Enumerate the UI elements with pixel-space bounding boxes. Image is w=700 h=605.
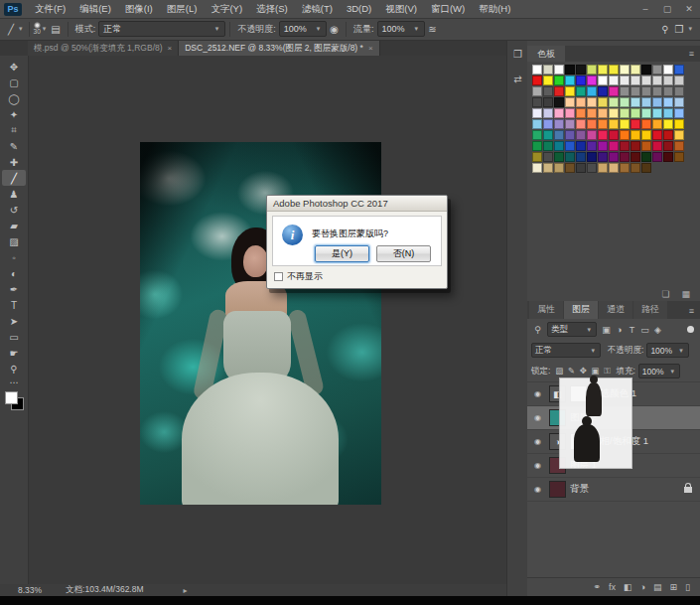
layer-visibility-eye-icon[interactable]: ◉	[530, 485, 545, 494]
panel-tab[interactable]: 属性	[529, 301, 563, 319]
color-swatch[interactable]	[543, 130, 553, 140]
menu-item[interactable]: 编辑(E)	[72, 3, 118, 16]
layer-visibility-eye-icon[interactable]: ◉	[530, 437, 545, 446]
layer-style-fx-icon[interactable]: fx	[609, 582, 616, 592]
color-swatch[interactable]	[532, 141, 542, 151]
color-swatch[interactable]	[630, 86, 640, 96]
close-button[interactable]: ✕	[678, 4, 700, 14]
zoom-tool[interactable]: ⚲	[2, 361, 26, 377]
healing-brush-tool[interactable]: ✚	[2, 154, 26, 170]
menu-item[interactable]: 视图(V)	[378, 3, 424, 16]
color-swatch[interactable]	[532, 119, 542, 129]
color-swatch[interactable]	[587, 108, 597, 118]
color-swatch[interactable]	[576, 119, 586, 129]
color-swatch[interactable]	[652, 86, 662, 96]
brush-tool[interactable]: ╱	[2, 170, 26, 186]
color-swatch[interactable]	[674, 119, 684, 129]
color-swatch[interactable]	[532, 130, 542, 140]
color-swatch[interactable]	[598, 108, 608, 118]
color-swatch[interactable]	[663, 76, 673, 85]
pressure-opacity-icon[interactable]: ◉	[327, 24, 342, 35]
color-swatch[interactable]	[587, 141, 597, 151]
color-swatch[interactable]	[630, 65, 640, 75]
color-swatch[interactable]	[576, 152, 586, 162]
color-swatch[interactable]	[587, 86, 597, 96]
color-swatch[interactable]	[620, 76, 630, 85]
document-tab[interactable]: DSC_2512.NEF @ 8.33%(图层 2, 图层蒙版/8) * ×	[179, 41, 379, 56]
color-swatch[interactable]	[674, 130, 684, 140]
lock-transparent-pixels-icon[interactable]: ▨	[553, 366, 565, 377]
color-swatch[interactable]	[532, 152, 542, 162]
color-swatch[interactable]	[620, 163, 630, 173]
menu-item[interactable]: 文字(Y)	[204, 3, 249, 16]
color-swatch[interactable]	[543, 97, 553, 107]
color-swatch[interactable]	[609, 152, 619, 162]
color-swatch[interactable]	[620, 86, 630, 96]
link-layers-icon[interactable]: ⚭	[593, 582, 601, 592]
close-tab-icon[interactable]: ×	[368, 44, 373, 53]
color-swatch[interactable]	[652, 65, 662, 75]
move-tool[interactable]: ✥	[2, 59, 26, 75]
color-swatch[interactable]	[641, 86, 651, 96]
color-swatch[interactable]	[543, 108, 553, 118]
panel-collapse-icon[interactable]: ❏	[661, 289, 669, 299]
color-swatch[interactable]	[609, 130, 619, 140]
color-swatch[interactable]	[543, 163, 553, 173]
clone-stamp-tool[interactable]: ♟	[2, 186, 26, 202]
menu-item[interactable]: 窗口(W)	[424, 3, 472, 16]
close-tab-icon[interactable]: ×	[168, 44, 173, 53]
quick-selection-tool[interactable]: ✦	[2, 106, 26, 122]
color-swatch[interactable]	[565, 141, 575, 151]
color-swatch[interactable]	[554, 130, 564, 140]
zoom-level-field[interactable]: 8.33%	[18, 585, 42, 595]
color-swatch[interactable]	[641, 141, 651, 151]
color-swatch[interactable]	[641, 152, 651, 162]
color-swatch[interactable]	[565, 108, 575, 118]
color-swatch[interactable]	[576, 108, 586, 118]
edit-toolbar-icon[interactable]: ⋯	[10, 378, 19, 387]
color-swatch[interactable]	[598, 65, 608, 75]
color-swatch[interactable]	[630, 76, 640, 85]
delete-layer-icon[interactable]: ▯	[685, 582, 690, 592]
color-swatch[interactable]	[609, 76, 619, 85]
foreground-color-swatch[interactable]	[5, 391, 18, 404]
lock-image-pixels-icon[interactable]: ✎	[565, 366, 577, 377]
pen-tool[interactable]: ✒	[2, 281, 26, 297]
color-swatch[interactable]	[543, 86, 553, 96]
new-layer-icon[interactable]: ⊞	[670, 582, 678, 592]
filter-search-icon[interactable]: ⚲	[531, 325, 544, 335]
color-swatch[interactable]	[674, 86, 684, 96]
color-swatch[interactable]	[554, 119, 564, 129]
color-swatch[interactable]	[674, 152, 684, 162]
hand-tool[interactable]: ☛	[2, 345, 26, 361]
color-swatch[interactable]	[620, 108, 630, 118]
color-swatch[interactable]	[630, 141, 640, 151]
path-selection-tool[interactable]: ➤	[2, 313, 26, 329]
color-swatch[interactable]	[630, 130, 640, 140]
layer-visibility-eye-icon[interactable]: ◉	[530, 413, 545, 422]
color-swatch[interactable]	[652, 119, 662, 129]
layer-visibility-eye-icon[interactable]: ◉	[530, 389, 545, 398]
color-swatch[interactable]	[609, 65, 619, 75]
color-swatch[interactable]	[641, 130, 651, 140]
color-swatch[interactable]	[543, 152, 553, 162]
shape-tool[interactable]: ▭	[2, 329, 26, 345]
filter-shape-layers-icon[interactable]: ▭	[638, 325, 651, 335]
eraser-tool[interactable]: ▰	[2, 218, 26, 233]
color-swatch[interactable]	[620, 130, 630, 140]
color-swatch[interactable]	[609, 86, 619, 96]
color-swatch[interactable]	[641, 119, 651, 129]
panel-tab[interactable]: 路径	[633, 301, 667, 319]
color-swatch[interactable]	[576, 76, 586, 85]
lock-all-icon[interactable]: ⚿	[601, 366, 613, 377]
color-swatch[interactable]	[598, 97, 608, 107]
color-swatch[interactable]	[587, 152, 597, 162]
color-swatch[interactable]	[565, 65, 575, 75]
color-swatch[interactable]	[543, 119, 553, 129]
color-swatch[interactable]	[674, 97, 684, 107]
panel-tab[interactable]: 图层	[564, 301, 598, 319]
filter-pixel-layers-icon[interactable]: ▣	[600, 325, 613, 335]
color-swatch[interactable]	[652, 141, 662, 151]
dodge-tool[interactable]: ◐	[2, 265, 26, 281]
workspace-switcher-icon[interactable]: ❐	[672, 24, 687, 35]
